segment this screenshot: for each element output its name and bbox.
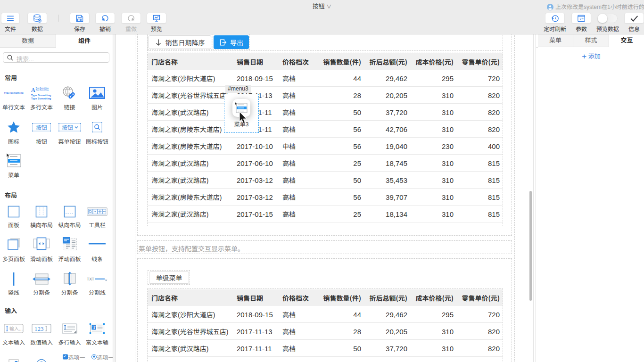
svg-text:T: T xyxy=(93,325,96,330)
svg-text:x=: x= xyxy=(579,17,584,21)
svg-text:按钮: 按钮 xyxy=(61,123,73,131)
svg-text:输入...: 输入... xyxy=(9,325,23,332)
svg-text:123: 123 xyxy=(34,325,44,332)
svg-text:TXT: TXT xyxy=(87,277,95,281)
svg-text:按钮: 按钮 xyxy=(36,123,47,131)
